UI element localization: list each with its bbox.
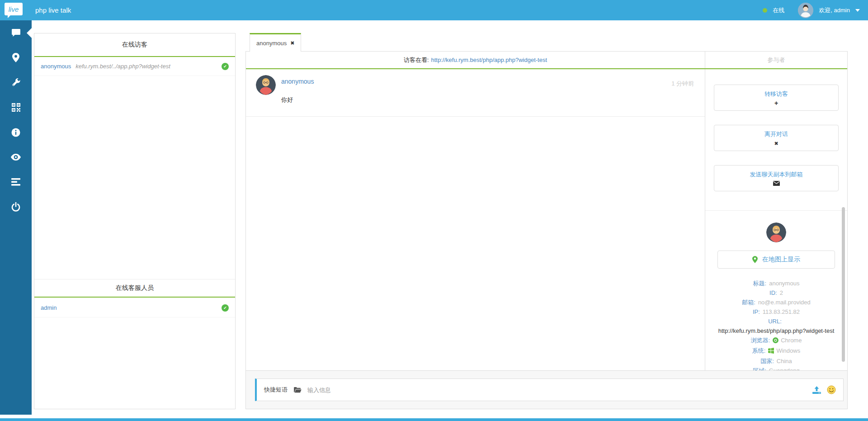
message-composer: 快捷短语 xyxy=(255,378,844,401)
chrome-icon xyxy=(773,336,778,346)
detail-row: 标题:anonymous xyxy=(705,279,847,288)
bottom-accent-bar xyxy=(0,418,868,421)
list-icon xyxy=(11,178,20,186)
message-input[interactable] xyxy=(307,387,807,393)
detail-row-url: http://kefu.rym.best/php/app.php?widget-… xyxy=(705,326,847,336)
visitor-avatar xyxy=(256,75,276,95)
visitor-avatar-icon xyxy=(256,75,276,95)
online-status-dot-icon xyxy=(763,8,767,13)
sidebar-item-monitor[interactable] xyxy=(0,145,32,170)
online-visitors-header: 在线访客 xyxy=(34,33,235,57)
viewing-label: 访客在看: xyxy=(404,56,429,64)
qr-code-icon xyxy=(12,103,20,112)
detail-row: IP:113.83.251.82 xyxy=(705,307,847,317)
visitor-detail-avatar xyxy=(766,222,786,242)
message-text: 你好 xyxy=(281,96,671,104)
eye-icon xyxy=(11,154,21,161)
transfer-visitor-button[interactable]: 转移访客 + xyxy=(714,85,839,111)
user-avatar[interactable] xyxy=(798,3,813,18)
app-title: php live talk xyxy=(35,0,71,20)
chevron-down-icon[interactable] xyxy=(855,9,860,14)
folder-open-icon[interactable] xyxy=(293,387,302,393)
avatar-photo-icon xyxy=(798,3,813,18)
welcome-text: 欢迎, admin xyxy=(819,6,850,14)
map-marker-icon xyxy=(12,53,19,62)
quick-phrases-button[interactable]: 快捷短语 xyxy=(264,386,288,394)
envelope-icon xyxy=(773,181,780,186)
viewing-url-link[interactable]: http://kefu.rym.best/php/app.php?widget-… xyxy=(431,57,547,63)
composer-footer: 快捷短语 xyxy=(246,370,847,409)
plus-icon: + xyxy=(774,100,778,106)
detail-row: ID:2 xyxy=(705,288,847,298)
info-icon xyxy=(11,128,20,137)
visitor-avatar-icon xyxy=(766,222,786,242)
online-agents-header: 在线客服人员 xyxy=(34,279,235,298)
app-logo: live xyxy=(5,3,23,15)
participants-header: 参与者 xyxy=(705,52,847,68)
tab-close-icon[interactable]: ✖ xyxy=(290,40,294,46)
icon-sidebar xyxy=(0,20,32,415)
participants-panel: 转移访客 + 离开对话 ✖ 发送聊天副本到邮箱 xyxy=(705,69,847,370)
agent-row[interactable]: admin ✔ xyxy=(34,298,235,317)
close-icon: ✖ xyxy=(774,141,778,146)
detail-row: URL: xyxy=(705,317,847,326)
tab-label: anonymous xyxy=(256,40,287,47)
panel-divider xyxy=(705,210,847,211)
sidebar-item-chats[interactable] xyxy=(0,20,32,45)
detail-row-browser: 浏览器:Chrome xyxy=(705,336,847,346)
send-transcript-button[interactable]: 发送聊天副本到邮箱 xyxy=(714,165,839,191)
tab-anonymous[interactable]: anonymous ✖ xyxy=(250,33,301,52)
visitor-row[interactable]: anonymous kefu.rym.best/../app.php?widge… xyxy=(34,57,235,76)
chat-icon xyxy=(11,29,21,37)
sidebar-item-widget[interactable] xyxy=(0,95,32,120)
chat-main-container: 访客在看: http://kefu.rym.best/php/app.php?w… xyxy=(245,51,848,409)
message-timestamp: 1 分钟前 xyxy=(671,75,694,116)
visitor-name-link[interactable]: anonymous xyxy=(41,63,71,70)
emoji-icon[interactable] xyxy=(827,385,836,394)
detail-row: 区域:Guangdong xyxy=(705,366,847,370)
map-pin-icon xyxy=(752,256,758,263)
sidebar-item-logs[interactable] xyxy=(0,170,32,194)
sidebar-item-map[interactable] xyxy=(0,45,32,70)
sidebar-item-logout[interactable] xyxy=(0,194,32,219)
windows-icon xyxy=(768,347,774,356)
upload-icon[interactable] xyxy=(812,386,821,394)
visitor-viewing-bar: 访客在看: http://kefu.rym.best/php/app.php?w… xyxy=(246,52,705,68)
detail-row: 国家:China xyxy=(705,356,847,366)
online-status-label: 在线 xyxy=(773,6,784,14)
detail-row: 邮箱:no@e.mail.provided xyxy=(705,298,847,307)
visitor-url: kefu.rym.best/../app.php?widget-test xyxy=(75,63,217,70)
agent-name-link[interactable]: admin xyxy=(41,304,57,311)
detail-row-os: 系统:Windows xyxy=(705,346,847,356)
visitors-panel: 在线访客 anonymous kefu.rym.best/../app.php?… xyxy=(34,33,236,409)
panel-scrollbar[interactable] xyxy=(842,207,845,362)
visitor-details: 标题:anonymous ID:2 邮箱:no@e.mail.provided … xyxy=(705,279,847,370)
leave-conversation-button[interactable]: 离开对话 ✖ xyxy=(714,125,839,151)
sidebar-item-info[interactable] xyxy=(0,120,32,145)
show-on-map-button[interactable]: 在地图上显示 xyxy=(717,251,835,269)
wrench-icon xyxy=(11,78,20,87)
chat-message-area: anonymous 你好 1 分钟前 xyxy=(246,69,705,370)
online-check-icon: ✔ xyxy=(222,63,229,70)
power-icon xyxy=(11,202,20,212)
chat-message: anonymous 你好 1 分钟前 xyxy=(246,69,705,117)
message-author-link[interactable]: anonymous xyxy=(281,78,671,85)
online-check-icon: ✔ xyxy=(222,304,229,312)
app-header: live php live talk 在线 欢迎, admin xyxy=(0,0,868,20)
sidebar-item-settings[interactable] xyxy=(0,70,32,95)
